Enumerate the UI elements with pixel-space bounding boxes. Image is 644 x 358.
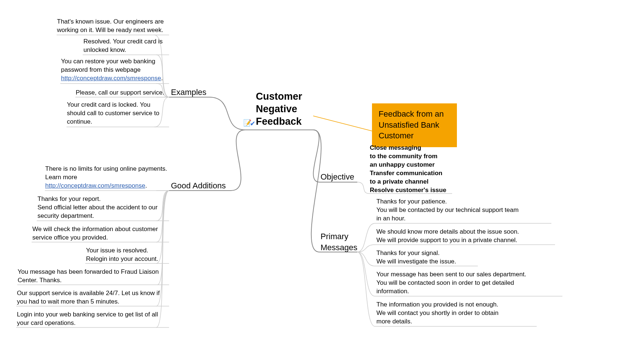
example-item-5[interactable]: Your credit card is locked. Youshould ca… bbox=[67, 101, 177, 126]
objective-text[interactable]: Close messagingto the community froman u… bbox=[370, 144, 465, 195]
checkmark-icon: ✔ bbox=[250, 119, 255, 128]
primary-item-4[interactable]: Your message has been sent to our sales … bbox=[376, 270, 571, 296]
example-item-4[interactable]: Please, call our support service. bbox=[76, 89, 186, 97]
primary-item-1[interactable]: Thanks for your patience.You will be con… bbox=[376, 198, 560, 223]
example-item-3-pre: You can restore your web bankingpassword… bbox=[61, 58, 155, 73]
objective-branch[interactable]: Objective bbox=[321, 171, 354, 182]
addition-item-7[interactable]: Login into your web banking service to g… bbox=[17, 311, 193, 327]
primary-messages-branch[interactable]: PrimaryMessages bbox=[321, 231, 361, 253]
example-item-2[interactable]: Resolved. Your credit card isunlocked kn… bbox=[83, 38, 186, 54]
callout-topic[interactable]: Feedback from anUnsatisfied BankCustomer bbox=[372, 103, 457, 147]
addition-item-5[interactable]: You message has been forwarded to Fraud … bbox=[18, 268, 190, 285]
example-item-3[interactable]: You can restore your web bankingpassword… bbox=[61, 57, 179, 83]
central-topic[interactable]: CustomerNegativeFeedback bbox=[256, 91, 315, 128]
primary-item-2[interactable]: We should know more details about the is… bbox=[376, 228, 564, 245]
example-item-1[interactable]: That's known issue. Our engineers arewor… bbox=[57, 18, 186, 35]
addition-item-1[interactable]: There is no limits for using online paym… bbox=[45, 165, 192, 190]
primary-item-3[interactable]: Thanks for your signal.We will investiga… bbox=[376, 249, 523, 266]
addition-item-3[interactable]: We will check the information about cust… bbox=[32, 225, 190, 242]
addition-item-2[interactable]: Thanks for your report.Send official let… bbox=[37, 195, 192, 220]
example-item-3-link[interactable]: http://conceptdraw.com/smresponse bbox=[61, 75, 161, 82]
primary-item-5[interactable]: The information you provided is not enou… bbox=[376, 301, 549, 326]
example-item-3-post: . bbox=[161, 75, 163, 82]
addition-item-4[interactable]: Your issue is resolved.Relogin into your… bbox=[86, 247, 182, 263]
addition-item-1-link[interactable]: http://conceptdraw.com/smresponse bbox=[45, 182, 145, 189]
addition-item-6[interactable]: Our support service is available 24/7. L… bbox=[17, 289, 193, 306]
addition-item-1-pre: There is no limits for using online paym… bbox=[45, 165, 167, 181]
addition-item-1-post: . bbox=[145, 182, 147, 189]
